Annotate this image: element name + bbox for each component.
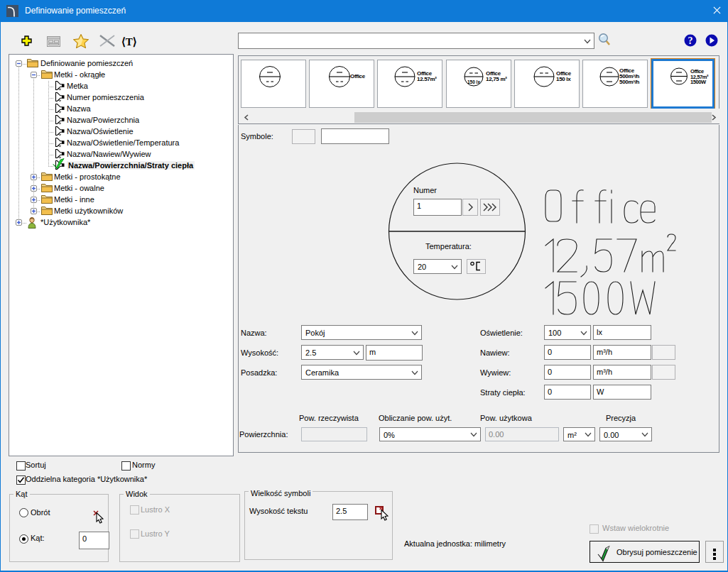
svg-text:150 lx: 150 lx <box>467 79 480 84</box>
svg-text:?: ? <box>688 35 693 46</box>
